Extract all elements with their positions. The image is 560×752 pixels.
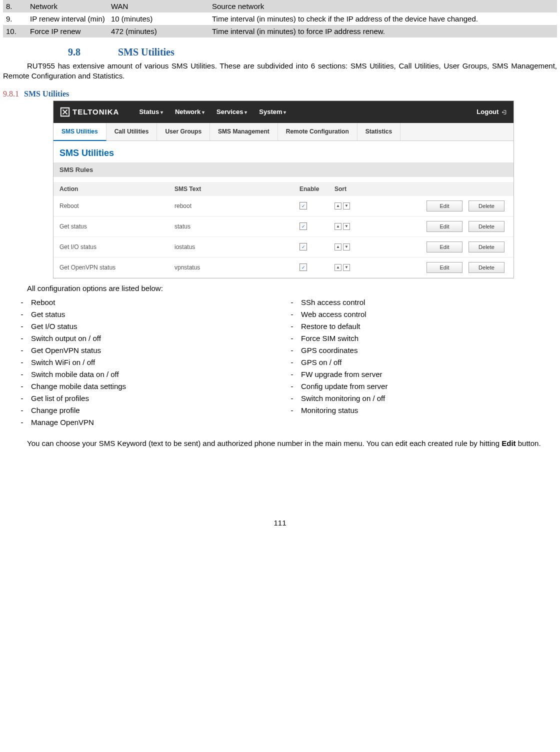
ss-row-action: Get OpenVPN status bbox=[60, 264, 174, 271]
section-heading: 9.8 SMS Utilities bbox=[68, 46, 557, 58]
ss-band: SMS Rules bbox=[54, 162, 514, 177]
ss-table-body: Rebootreboot✓▲▼EditDeleteGet statusstatu… bbox=[54, 196, 514, 278]
page-number: 111 bbox=[3, 518, 557, 527]
ss-tab[interactable]: SMS Utilities bbox=[54, 123, 106, 141]
ss-nav-item[interactable]: Status bbox=[139, 108, 163, 116]
enable-checkbox[interactable]: ✓ bbox=[300, 202, 307, 210]
param-row: 8.NetworkWANSource network bbox=[3, 0, 557, 12]
option-item: Force SIM switch bbox=[283, 332, 557, 344]
ss-tab[interactable]: Statistics bbox=[358, 123, 400, 140]
ss-row-action: Reboot bbox=[60, 202, 174, 210]
option-item: Web access control bbox=[283, 308, 557, 320]
ss-topbar: TELTONIKA StatusNetworkServicesSystem Lo… bbox=[54, 101, 514, 123]
options-col-b: SSh access controlWeb access controlRest… bbox=[283, 296, 557, 416]
ss-head-text: SMS Text bbox=[174, 186, 300, 192]
ss-nav: StatusNetworkServicesSystem bbox=[139, 108, 286, 116]
options-col-a: RebootGet statusGet I/O statusSwitch out… bbox=[13, 296, 283, 428]
ss-row-text: status bbox=[174, 223, 300, 230]
ss-tab[interactable]: Call Utilities bbox=[106, 123, 158, 140]
option-item: Change mobile data settings bbox=[13, 380, 283, 392]
ss-row-text: iostatus bbox=[174, 244, 300, 250]
subsection-title: SMS Utilities bbox=[24, 90, 69, 98]
ss-nav-item[interactable]: Network bbox=[175, 108, 204, 116]
delete-button[interactable]: Delete bbox=[468, 262, 504, 273]
edit-button[interactable]: Edit bbox=[426, 242, 462, 252]
option-item: Switch output on / off bbox=[13, 332, 283, 344]
option-item: GPS coordinates bbox=[283, 344, 557, 356]
closing-text: You can choose your SMS Keyword (text to… bbox=[27, 439, 502, 448]
option-item: SSh access control bbox=[283, 296, 557, 308]
sort-up-icon[interactable]: ▲ bbox=[334, 244, 342, 250]
embedded-screenshot: TELTONIKA StatusNetworkServicesSystem Lo… bbox=[53, 100, 514, 278]
ss-rule-row: Get OpenVPN statusvpnstatus✓▲▼EditDelete bbox=[54, 258, 514, 278]
section-title: SMS Utilities bbox=[118, 46, 174, 58]
delete-button[interactable]: Delete bbox=[468, 221, 504, 232]
option-item: Switch WiFi on / off bbox=[13, 356, 283, 368]
option-item: FW upgrade from server bbox=[283, 368, 557, 380]
after-ss-text: All configuration options are listed bel… bbox=[3, 284, 557, 294]
logout-icon bbox=[502, 110, 508, 115]
ss-logo-text: TELTONIKA bbox=[72, 108, 119, 116]
sort-down-icon[interactable]: ▼ bbox=[343, 264, 350, 271]
enable-checkbox[interactable]: ✓ bbox=[300, 222, 307, 230]
ss-row-text: reboot bbox=[174, 202, 300, 210]
sort-up-icon[interactable]: ▲ bbox=[334, 264, 342, 271]
ss-tab[interactable]: Remote Configuration bbox=[278, 123, 358, 140]
ss-row-text: vpnstatus bbox=[174, 264, 300, 271]
option-item: Switch monitoring on / off bbox=[283, 392, 557, 404]
option-item: Monitoring status bbox=[283, 404, 557, 416]
option-item: Get I/O status bbox=[13, 320, 283, 332]
ss-tab[interactable]: SMS Management bbox=[210, 123, 278, 140]
ss-logo: TELTONIKA bbox=[60, 106, 119, 118]
ss-head-action: Action bbox=[60, 186, 174, 192]
option-item: Get list of profiles bbox=[13, 392, 283, 404]
parameter-table: 8.NetworkWANSource network9.IP renew int… bbox=[3, 0, 557, 38]
ss-head-sort: Sort bbox=[334, 186, 370, 192]
ss-tabs: SMS UtilitiesCall UtilitiesUser GroupsSM… bbox=[54, 123, 514, 141]
option-item: Reboot bbox=[13, 296, 283, 308]
ss-page-title: SMS Utilities bbox=[54, 141, 514, 162]
option-item: Get OpenVPN status bbox=[13, 344, 283, 356]
intro-paragraph: RUT955 has extensive amount of various S… bbox=[3, 61, 557, 82]
ss-tab[interactable]: User Groups bbox=[157, 123, 210, 140]
param-row: 10.Force IP renew472 (minutes)Time inter… bbox=[3, 25, 557, 38]
param-row: 9.IP renew interval (min)10 (minutes)Tim… bbox=[3, 12, 557, 25]
subsection-number: 9.8.1 bbox=[3, 90, 19, 98]
enable-checkbox[interactable]: ✓ bbox=[300, 264, 307, 271]
option-item: Restore to default bbox=[283, 320, 557, 332]
option-item: Switch mobile data on / off bbox=[13, 368, 283, 380]
ss-rule-row: Get statusstatus✓▲▼EditDelete bbox=[54, 216, 514, 237]
ss-rule-row: Get I/O statusiostatus✓▲▼EditDelete bbox=[54, 237, 514, 258]
option-item: Change profile bbox=[13, 404, 283, 416]
options-columns: RebootGet statusGet I/O statusSwitch out… bbox=[3, 296, 557, 428]
option-item: Config update from server bbox=[283, 380, 557, 392]
closing-paragraph: You can choose your SMS Keyword (text to… bbox=[3, 438, 557, 448]
ss-logout[interactable]: Logout bbox=[476, 108, 508, 116]
subsection-heading: 9.8.1 SMS Utilities bbox=[3, 90, 557, 98]
option-item: GPS on / off bbox=[283, 356, 557, 368]
edit-button[interactable]: Edit bbox=[426, 262, 462, 273]
ss-nav-item[interactable]: System bbox=[259, 108, 286, 116]
ss-nav-item[interactable]: Services bbox=[216, 108, 247, 116]
delete-button[interactable]: Delete bbox=[468, 200, 504, 212]
closing-end: button. bbox=[516, 439, 541, 448]
closing-bold: Edit bbox=[502, 439, 516, 448]
logo-icon bbox=[60, 106, 70, 118]
ss-row-action: Get status bbox=[60, 223, 174, 230]
delete-button[interactable]: Delete bbox=[468, 242, 504, 252]
ss-row-action: Get I/O status bbox=[60, 244, 174, 250]
option-item: Manage OpenVPN bbox=[13, 416, 283, 428]
option-item: Get status bbox=[13, 308, 283, 320]
sort-down-icon[interactable]: ▼ bbox=[343, 223, 350, 230]
ss-head-enable: Enable bbox=[300, 186, 334, 192]
ss-table-head: Action SMS Text Enable Sort bbox=[54, 182, 514, 196]
edit-button[interactable]: Edit bbox=[426, 221, 462, 232]
edit-button[interactable]: Edit bbox=[426, 200, 462, 212]
sort-up-icon[interactable]: ▲ bbox=[334, 223, 342, 230]
sort-down-icon[interactable]: ▼ bbox=[343, 202, 350, 210]
section-number: 9.8 bbox=[68, 46, 80, 58]
enable-checkbox[interactable]: ✓ bbox=[300, 243, 307, 250]
sort-down-icon[interactable]: ▼ bbox=[343, 244, 350, 250]
sort-up-icon[interactable]: ▲ bbox=[334, 202, 342, 210]
ss-rule-row: Rebootreboot✓▲▼EditDelete bbox=[54, 196, 514, 216]
